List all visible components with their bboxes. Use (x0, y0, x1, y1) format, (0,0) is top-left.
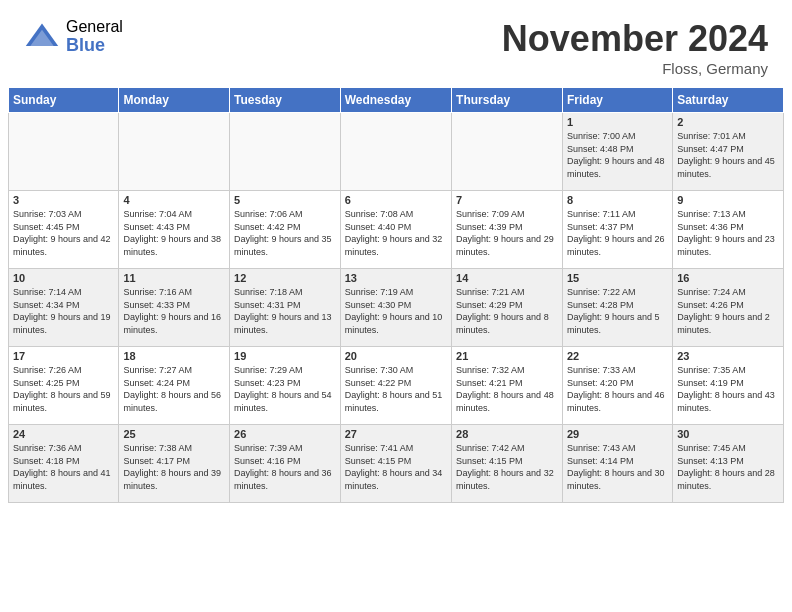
calendar-cell: 21Sunrise: 7:32 AMSunset: 4:21 PMDayligh… (452, 347, 563, 425)
day-number: 20 (345, 350, 447, 362)
logo-icon (24, 19, 60, 55)
calendar-header-row: Sunday Monday Tuesday Wednesday Thursday… (9, 88, 784, 113)
day-info: Sunrise: 7:22 AMSunset: 4:28 PMDaylight:… (567, 286, 668, 336)
day-number: 19 (234, 350, 336, 362)
calendar-cell: 12Sunrise: 7:18 AMSunset: 4:31 PMDayligh… (230, 269, 341, 347)
day-info: Sunrise: 7:18 AMSunset: 4:31 PMDaylight:… (234, 286, 336, 336)
month-title: November 2024 (502, 18, 768, 60)
day-number: 1 (567, 116, 668, 128)
logo-general: General (66, 18, 123, 36)
title-block: November 2024 Floss, Germany (502, 18, 768, 77)
header-sunday: Sunday (9, 88, 119, 113)
day-number: 3 (13, 194, 114, 206)
calendar-cell: 9Sunrise: 7:13 AMSunset: 4:36 PMDaylight… (673, 191, 784, 269)
day-info: Sunrise: 7:03 AMSunset: 4:45 PMDaylight:… (13, 208, 114, 258)
day-number: 23 (677, 350, 779, 362)
day-number: 12 (234, 272, 336, 284)
day-number: 28 (456, 428, 558, 440)
day-number: 16 (677, 272, 779, 284)
day-number: 30 (677, 428, 779, 440)
header-saturday: Saturday (673, 88, 784, 113)
calendar-cell: 13Sunrise: 7:19 AMSunset: 4:30 PMDayligh… (340, 269, 451, 347)
day-info: Sunrise: 7:43 AMSunset: 4:14 PMDaylight:… (567, 442, 668, 492)
calendar-cell: 25Sunrise: 7:38 AMSunset: 4:17 PMDayligh… (119, 425, 230, 503)
header-friday: Friday (562, 88, 672, 113)
calendar-cell (9, 113, 119, 191)
day-number: 24 (13, 428, 114, 440)
header-tuesday: Tuesday (230, 88, 341, 113)
day-number: 29 (567, 428, 668, 440)
day-info: Sunrise: 7:04 AMSunset: 4:43 PMDaylight:… (123, 208, 225, 258)
page-header: General Blue November 2024 Floss, German… (0, 0, 792, 87)
day-number: 25 (123, 428, 225, 440)
calendar-cell: 10Sunrise: 7:14 AMSunset: 4:34 PMDayligh… (9, 269, 119, 347)
day-number: 5 (234, 194, 336, 206)
day-number: 17 (13, 350, 114, 362)
calendar-cell: 11Sunrise: 7:16 AMSunset: 4:33 PMDayligh… (119, 269, 230, 347)
calendar-cell: 23Sunrise: 7:35 AMSunset: 4:19 PMDayligh… (673, 347, 784, 425)
day-number: 2 (677, 116, 779, 128)
calendar-cell: 8Sunrise: 7:11 AMSunset: 4:37 PMDaylight… (562, 191, 672, 269)
day-info: Sunrise: 7:42 AMSunset: 4:15 PMDaylight:… (456, 442, 558, 492)
day-number: 26 (234, 428, 336, 440)
day-number: 27 (345, 428, 447, 440)
location: Floss, Germany (502, 60, 768, 77)
day-info: Sunrise: 7:32 AMSunset: 4:21 PMDaylight:… (456, 364, 558, 414)
calendar-cell: 24Sunrise: 7:36 AMSunset: 4:18 PMDayligh… (9, 425, 119, 503)
calendar-cell: 7Sunrise: 7:09 AMSunset: 4:39 PMDaylight… (452, 191, 563, 269)
calendar-week-row: 1Sunrise: 7:00 AMSunset: 4:48 PMDaylight… (9, 113, 784, 191)
calendar-cell: 3Sunrise: 7:03 AMSunset: 4:45 PMDaylight… (9, 191, 119, 269)
day-info: Sunrise: 7:41 AMSunset: 4:15 PMDaylight:… (345, 442, 447, 492)
day-number: 21 (456, 350, 558, 362)
calendar-cell: 5Sunrise: 7:06 AMSunset: 4:42 PMDaylight… (230, 191, 341, 269)
day-number: 8 (567, 194, 668, 206)
day-number: 4 (123, 194, 225, 206)
day-info: Sunrise: 7:16 AMSunset: 4:33 PMDaylight:… (123, 286, 225, 336)
calendar-cell (119, 113, 230, 191)
calendar-cell: 15Sunrise: 7:22 AMSunset: 4:28 PMDayligh… (562, 269, 672, 347)
day-info: Sunrise: 7:00 AMSunset: 4:48 PMDaylight:… (567, 130, 668, 180)
header-thursday: Thursday (452, 88, 563, 113)
day-number: 9 (677, 194, 779, 206)
calendar-cell (452, 113, 563, 191)
calendar-wrapper: Sunday Monday Tuesday Wednesday Thursday… (0, 87, 792, 511)
day-info: Sunrise: 7:19 AMSunset: 4:30 PMDaylight:… (345, 286, 447, 336)
day-number: 7 (456, 194, 558, 206)
day-info: Sunrise: 7:39 AMSunset: 4:16 PMDaylight:… (234, 442, 336, 492)
day-info: Sunrise: 7:06 AMSunset: 4:42 PMDaylight:… (234, 208, 336, 258)
day-info: Sunrise: 7:11 AMSunset: 4:37 PMDaylight:… (567, 208, 668, 258)
header-wednesday: Wednesday (340, 88, 451, 113)
calendar-cell: 14Sunrise: 7:21 AMSunset: 4:29 PMDayligh… (452, 269, 563, 347)
day-info: Sunrise: 7:30 AMSunset: 4:22 PMDaylight:… (345, 364, 447, 414)
day-info: Sunrise: 7:24 AMSunset: 4:26 PMDaylight:… (677, 286, 779, 336)
day-info: Sunrise: 7:27 AMSunset: 4:24 PMDaylight:… (123, 364, 225, 414)
calendar-cell: 19Sunrise: 7:29 AMSunset: 4:23 PMDayligh… (230, 347, 341, 425)
calendar-cell: 22Sunrise: 7:33 AMSunset: 4:20 PMDayligh… (562, 347, 672, 425)
logo: General Blue (24, 18, 123, 55)
calendar-cell: 17Sunrise: 7:26 AMSunset: 4:25 PMDayligh… (9, 347, 119, 425)
day-number: 11 (123, 272, 225, 284)
logo-blue: Blue (66, 36, 123, 56)
calendar-cell (340, 113, 451, 191)
calendar-cell: 26Sunrise: 7:39 AMSunset: 4:16 PMDayligh… (230, 425, 341, 503)
calendar-cell: 16Sunrise: 7:24 AMSunset: 4:26 PMDayligh… (673, 269, 784, 347)
calendar-cell: 18Sunrise: 7:27 AMSunset: 4:24 PMDayligh… (119, 347, 230, 425)
calendar-week-row: 10Sunrise: 7:14 AMSunset: 4:34 PMDayligh… (9, 269, 784, 347)
day-info: Sunrise: 7:38 AMSunset: 4:17 PMDaylight:… (123, 442, 225, 492)
day-info: Sunrise: 7:45 AMSunset: 4:13 PMDaylight:… (677, 442, 779, 492)
day-number: 14 (456, 272, 558, 284)
calendar-week-row: 24Sunrise: 7:36 AMSunset: 4:18 PMDayligh… (9, 425, 784, 503)
day-number: 10 (13, 272, 114, 284)
day-info: Sunrise: 7:09 AMSunset: 4:39 PMDaylight:… (456, 208, 558, 258)
day-number: 13 (345, 272, 447, 284)
day-info: Sunrise: 7:36 AMSunset: 4:18 PMDaylight:… (13, 442, 114, 492)
day-info: Sunrise: 7:33 AMSunset: 4:20 PMDaylight:… (567, 364, 668, 414)
day-info: Sunrise: 7:13 AMSunset: 4:36 PMDaylight:… (677, 208, 779, 258)
calendar-cell: 30Sunrise: 7:45 AMSunset: 4:13 PMDayligh… (673, 425, 784, 503)
header-monday: Monday (119, 88, 230, 113)
calendar-cell: 20Sunrise: 7:30 AMSunset: 4:22 PMDayligh… (340, 347, 451, 425)
day-info: Sunrise: 7:35 AMSunset: 4:19 PMDaylight:… (677, 364, 779, 414)
day-info: Sunrise: 7:01 AMSunset: 4:47 PMDaylight:… (677, 130, 779, 180)
day-info: Sunrise: 7:26 AMSunset: 4:25 PMDaylight:… (13, 364, 114, 414)
day-number: 6 (345, 194, 447, 206)
